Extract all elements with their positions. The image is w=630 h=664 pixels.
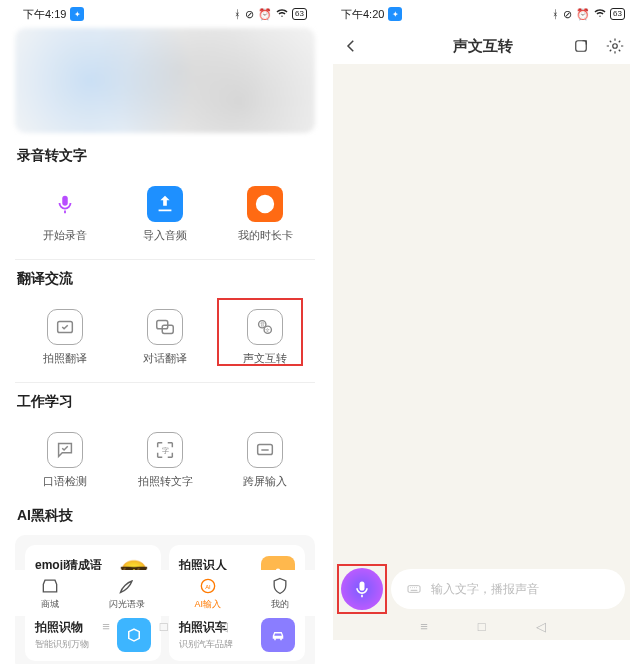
bottom-nav: 商城 闪光语录 AI AI输入 我的 bbox=[15, 570, 315, 616]
status-bar: 下午4:19 ✦ ᚼ ⊘ ⏰ 63 bbox=[15, 0, 315, 28]
nav-label: 闪光语录 bbox=[109, 598, 145, 611]
dialog-icon bbox=[147, 309, 183, 345]
svg-text:字: 字 bbox=[162, 445, 169, 454]
svg-rect-14 bbox=[408, 586, 420, 593]
dnd-icon: ⊘ bbox=[245, 8, 254, 21]
bluetooth-icon: ᚼ bbox=[234, 8, 241, 20]
new-window-button[interactable] bbox=[571, 36, 591, 56]
nav-ai-input[interactable]: AI AI输入 bbox=[194, 576, 221, 611]
item-import-audio[interactable]: 导入音频 bbox=[115, 186, 215, 243]
wifi-icon bbox=[594, 7, 606, 21]
chevron-left-icon bbox=[342, 37, 360, 55]
item-photo-ocr[interactable]: 字 拍照转文字 bbox=[115, 432, 215, 489]
battery-icon: 63 bbox=[292, 8, 307, 20]
microphone-icon bbox=[352, 579, 372, 599]
item-label: 开始录音 bbox=[43, 228, 87, 243]
section-title-record: 录音转文字 bbox=[15, 147, 315, 173]
alarm-icon: ⏰ bbox=[576, 8, 590, 21]
item-label: 我的时长卡 bbox=[238, 228, 293, 243]
back-button[interactable] bbox=[341, 36, 361, 56]
sys-back-icon[interactable]: ◁ bbox=[218, 619, 228, 634]
section-title-tech: AI黑科技 bbox=[15, 507, 315, 533]
status-app-icon: ✦ bbox=[70, 7, 84, 21]
screen-ai-tools: 下午4:19 ✦ ᚼ ⊘ ⏰ 63 录音转文字 开始录音 导入音频 bbox=[15, 0, 315, 640]
nav-label: 商城 bbox=[41, 598, 59, 611]
ocr-icon: 字 bbox=[147, 432, 183, 468]
system-nav: ≡ □ ◁ bbox=[333, 616, 630, 636]
item-label: 口语检测 bbox=[43, 474, 87, 489]
item-label: 跨屏输入 bbox=[243, 474, 287, 489]
ai-icon: AI bbox=[198, 576, 218, 596]
svg-text:音: 音 bbox=[260, 321, 265, 327]
section-record: 开始录音 导入音频 我的时长卡 bbox=[15, 173, 315, 255]
item-label: 声文互转 bbox=[243, 351, 287, 366]
nav-label: AI输入 bbox=[194, 598, 221, 611]
status-app-icon: ✦ bbox=[388, 7, 402, 21]
nav-quotes[interactable]: 闪光语录 bbox=[109, 576, 145, 611]
item-duration-card[interactable]: 我的时长卡 bbox=[215, 186, 315, 243]
camera-translate-icon bbox=[47, 309, 83, 345]
section-title-translate: 翻译交流 bbox=[15, 270, 315, 296]
dnd-icon: ⊘ bbox=[563, 8, 572, 21]
section-work: 口语检测 字 拍照转文字 跨屏输入 bbox=[15, 419, 315, 501]
input-bar: 输入文字，播报声音 bbox=[341, 568, 625, 610]
svg-text:文: 文 bbox=[265, 326, 270, 332]
shop-icon bbox=[40, 576, 60, 596]
card-sub: 智能识别万物 bbox=[35, 638, 89, 651]
status-time: 下午4:19 bbox=[23, 7, 66, 22]
mic-button[interactable] bbox=[341, 568, 383, 610]
item-label: 导入音频 bbox=[143, 228, 187, 243]
card-sub: 识别汽车品牌 bbox=[179, 638, 233, 651]
sys-back-icon[interactable]: ◁ bbox=[536, 619, 546, 634]
sys-home-icon[interactable]: □ bbox=[478, 619, 486, 634]
system-nav: ≡ □ ◁ bbox=[15, 616, 315, 636]
item-oral-test[interactable]: 口语检测 bbox=[15, 432, 115, 489]
item-voice-text-swap[interactable]: 音文 声文互转 bbox=[215, 309, 315, 366]
item-label: 拍照翻译 bbox=[43, 351, 87, 366]
item-photo-translate[interactable]: 拍照翻译 bbox=[15, 309, 115, 366]
nav-mine[interactable]: 我的 bbox=[270, 576, 290, 611]
new-window-icon bbox=[572, 37, 590, 55]
page-title: 声文互转 bbox=[453, 37, 513, 56]
feather-icon bbox=[117, 576, 137, 596]
settings-button[interactable] bbox=[605, 36, 625, 56]
item-cross-screen[interactable]: 跨屏输入 bbox=[215, 432, 315, 489]
item-label: 拍照转文字 bbox=[138, 474, 193, 489]
cross-screen-icon bbox=[247, 432, 283, 468]
svg-point-13 bbox=[613, 44, 618, 49]
shield-icon bbox=[270, 576, 290, 596]
sys-menu-icon[interactable]: ≡ bbox=[420, 619, 428, 634]
voice-text-swap-icon: 音文 bbox=[247, 309, 283, 345]
item-start-record[interactable]: 开始录音 bbox=[15, 186, 115, 243]
divider bbox=[15, 259, 315, 260]
text-input[interactable]: 输入文字，播报声音 bbox=[391, 569, 625, 609]
battery-icon: 63 bbox=[610, 8, 625, 20]
bluetooth-icon: ᚼ bbox=[552, 8, 559, 20]
alarm-icon: ⏰ bbox=[258, 8, 272, 21]
clock-card-icon bbox=[247, 186, 283, 222]
nav-shop[interactable]: 商城 bbox=[40, 576, 60, 611]
microphone-icon bbox=[47, 186, 83, 222]
input-placeholder: 输入文字，播报声音 bbox=[431, 581, 539, 598]
divider bbox=[15, 382, 315, 383]
screen-voice-text: 下午4:20 ✦ ᚼ ⊘ ⏰ 63 声文互转 bbox=[333, 0, 630, 640]
item-dialog-translate[interactable]: 对话翻译 bbox=[115, 309, 215, 366]
upload-icon bbox=[147, 186, 183, 222]
top-bar: 声文互转 bbox=[333, 28, 630, 64]
sys-home-icon[interactable]: □ bbox=[160, 619, 168, 634]
status-bar: 下午4:20 ✦ ᚼ ⊘ ⏰ 63 bbox=[333, 0, 630, 28]
section-title-work: 工作学习 bbox=[15, 393, 315, 419]
sys-menu-icon[interactable]: ≡ bbox=[102, 619, 110, 634]
item-label: 对话翻译 bbox=[143, 351, 187, 366]
hero-banner bbox=[15, 28, 315, 133]
speech-check-icon bbox=[47, 432, 83, 468]
gear-icon bbox=[606, 37, 624, 55]
keyboard-icon bbox=[405, 580, 423, 598]
section-translate: 拍照翻译 对话翻译 音文 声文互转 bbox=[15, 296, 315, 378]
svg-text:AI: AI bbox=[205, 583, 211, 589]
nav-label: 我的 bbox=[271, 598, 289, 611]
status-time: 下午4:20 bbox=[341, 7, 384, 22]
wifi-icon bbox=[276, 7, 288, 21]
